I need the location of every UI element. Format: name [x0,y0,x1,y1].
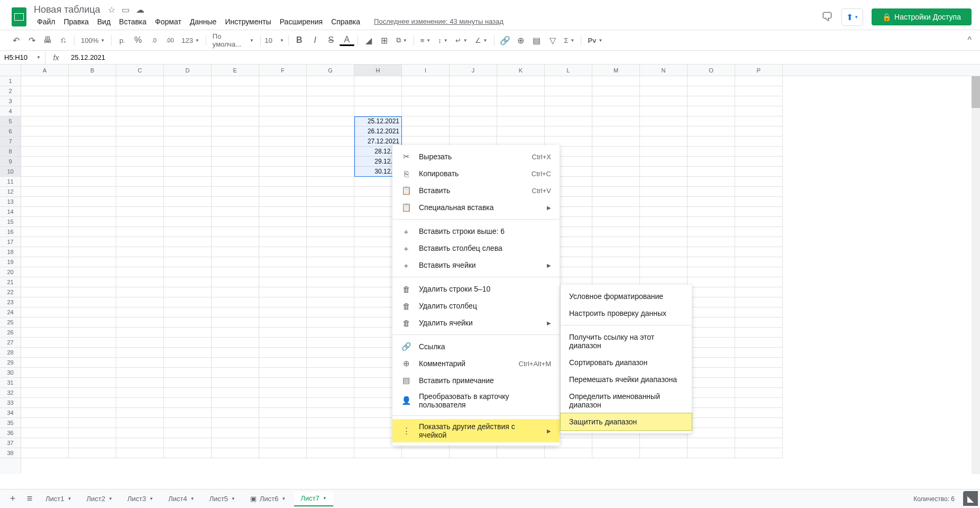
row-header-13[interactable]: 13 [0,197,21,207]
cell-E12[interactable] [212,187,259,197]
cell-B3[interactable] [69,96,116,106]
cell-B20[interactable] [69,267,116,277]
text-color-icon[interactable]: A [340,34,354,46]
cell-P1[interactable] [735,76,783,86]
col-header-K[interactable]: K [497,65,545,76]
cell-F38[interactable] [259,448,307,458]
cell-E16[interactable] [212,227,259,237]
cell-L6[interactable] [545,126,592,137]
cell-C33[interactable] [116,398,164,408]
cell-O12[interactable] [688,187,735,197]
cell-H3[interactable] [354,96,402,106]
cell-F14[interactable] [259,207,307,217]
col-header-L[interactable]: L [545,65,592,76]
cell-A14[interactable] [21,207,69,217]
cell-E22[interactable] [212,287,259,297]
cell-O37[interactable] [688,438,735,448]
explore-button[interactable]: ◣ [963,491,978,506]
cell-D10[interactable] [164,167,212,177]
cell-K2[interactable] [497,86,545,96]
cell-O7[interactable] [688,137,735,147]
cell-C19[interactable] [116,257,164,267]
cell-O10[interactable] [688,167,735,177]
cell-J6[interactable] [450,126,497,137]
cell-B34[interactable] [69,408,116,418]
col-header-G[interactable]: G [307,65,354,76]
cell-C22[interactable] [116,287,164,297]
cell-D24[interactable] [164,307,212,318]
cell-D30[interactable] [164,368,212,378]
cell-O3[interactable] [688,96,735,106]
cell-A26[interactable] [21,328,69,338]
cell-E33[interactable] [212,398,259,408]
cell-C30[interactable] [116,368,164,378]
col-header-E[interactable]: E [212,65,259,76]
cell-F23[interactable] [259,297,307,307]
cell-G27[interactable] [307,338,354,348]
cell-L3[interactable] [545,96,592,106]
cell-G9[interactable] [307,157,354,167]
cell-L4[interactable] [545,106,592,116]
cell-F3[interactable] [259,96,307,106]
sub-conditional[interactable]: Условное форматирование [561,288,692,305]
sub-getlink[interactable]: Получить ссылку на этот диапазон [561,329,692,354]
cell-A4[interactable] [21,106,69,116]
cell-F11[interactable] [259,177,307,187]
cell-B28[interactable] [69,348,116,358]
move-icon[interactable]: ▭ [122,5,130,15]
cell-H2[interactable] [354,86,402,96]
cell-N15[interactable] [640,217,688,227]
cell-C18[interactable] [116,247,164,257]
cell-P36[interactable] [735,428,783,438]
cell-G2[interactable] [307,86,354,96]
cell-L38[interactable] [545,448,592,458]
cell-P38[interactable] [735,448,783,458]
row-header-22[interactable]: 22 [0,287,21,297]
cell-N3[interactable] [640,96,688,106]
cell-P24[interactable] [735,307,783,318]
cell-G24[interactable] [307,307,354,318]
cell-O24[interactable] [688,307,735,318]
cell-N19[interactable] [640,257,688,267]
cell-D4[interactable] [164,106,212,116]
cell-M3[interactable] [592,96,640,106]
row-header-2[interactable]: 2 [0,86,21,96]
cell-E5[interactable] [212,116,259,126]
cell-D20[interactable] [164,267,212,277]
ctx-note[interactable]: ▤Вставить примечание [392,372,560,389]
cell-M17[interactable] [592,237,640,247]
cell-D1[interactable] [164,76,212,86]
menu-help[interactable]: Справка [328,15,363,28]
cell-F34[interactable] [259,408,307,418]
cell-O11[interactable] [688,177,735,187]
cell-G26[interactable] [307,328,354,338]
cell-F24[interactable] [259,307,307,318]
cell-B18[interactable] [69,247,116,257]
cell-I5[interactable] [402,116,450,126]
cell-N1[interactable] [640,76,688,86]
cell-I2[interactable] [402,86,450,96]
sheet-tab-Лист2[interactable]: Лист2▼ [80,492,118,506]
cell-P5[interactable] [735,116,783,126]
cell-O31[interactable] [688,378,735,388]
cell-P10[interactable] [735,167,783,177]
cell-A10[interactable] [21,167,69,177]
cell-G16[interactable] [307,227,354,237]
cell-A34[interactable] [21,408,69,418]
cell-J4[interactable] [450,106,497,116]
cell-M5[interactable] [592,116,640,126]
cell-N13[interactable] [640,197,688,207]
cell-H5[interactable]: 25.12.2021 [354,116,402,126]
cell-E15[interactable] [212,217,259,227]
cell-O33[interactable] [688,398,735,408]
cell-P9[interactable] [735,157,783,167]
col-header-M[interactable]: M [592,65,640,76]
cell-C26[interactable] [116,328,164,338]
cell-B5[interactable] [69,116,116,126]
row-header-28[interactable]: 28 [0,348,21,358]
cell-F22[interactable] [259,287,307,297]
cell-P20[interactable] [735,267,783,277]
cell-H4[interactable] [354,106,402,116]
cell-A13[interactable] [21,197,69,207]
cell-G3[interactable] [307,96,354,106]
